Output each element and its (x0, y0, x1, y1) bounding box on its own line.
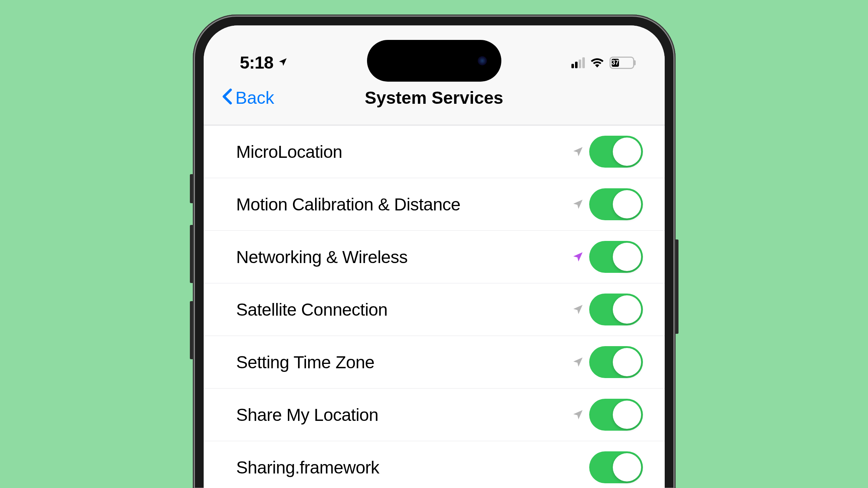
setting-controls (572, 294, 643, 325)
toggle-knob (613, 243, 641, 271)
setting-row: Setting Time Zone (204, 336, 665, 389)
volume-up-button (190, 225, 193, 283)
setting-toggle[interactable] (589, 294, 643, 325)
setting-toggle[interactable] (589, 399, 643, 431)
toggle-knob (613, 138, 641, 166)
setting-label: MicroLocation (236, 142, 342, 162)
setting-row: Satellite Connection (204, 283, 665, 336)
setting-controls (572, 399, 643, 431)
location-indicator-icon (278, 57, 288, 69)
status-bar-left: 5:18 (240, 53, 288, 73)
setting-toggle[interactable] (589, 136, 643, 168)
setting-row: MicroLocation (204, 125, 665, 178)
toggle-knob (613, 190, 641, 218)
location-arrow-icon (572, 145, 584, 158)
toggle-knob (613, 295, 641, 324)
status-time: 5:18 (240, 53, 273, 73)
setting-toggle[interactable] (589, 188, 643, 220)
setting-label: Share My Location (236, 405, 379, 425)
power-button (676, 239, 678, 334)
toggle-knob (613, 453, 641, 481)
setting-row: Sharing.framework (204, 441, 665, 488)
location-arrow-icon (572, 198, 584, 210)
setting-label: Networking & Wireless (236, 247, 408, 267)
dynamic-island (367, 40, 501, 82)
wifi-icon (590, 57, 604, 69)
location-arrow-icon (572, 409, 584, 421)
location-arrow-icon (572, 356, 584, 368)
phone-frame: 5:18 37 (193, 15, 676, 488)
chevron-left-icon (222, 86, 233, 110)
setting-label: Setting Time Zone (236, 352, 375, 372)
setting-row: Motion Calibration & Distance (204, 178, 665, 231)
setting-toggle[interactable] (589, 346, 643, 378)
setting-controls (572, 136, 643, 168)
toggle-knob (613, 401, 641, 429)
phone-screen: 5:18 37 (204, 25, 665, 488)
mute-switch (190, 174, 193, 203)
status-bar-right: 37 (571, 57, 636, 69)
toggle-knob (613, 348, 641, 376)
setting-controls (572, 188, 643, 220)
setting-label: Sharing.framework (236, 458, 379, 477)
setting-label: Satellite Connection (236, 300, 388, 320)
back-button[interactable]: Back (222, 86, 274, 110)
setting-row: Share My Location (204, 389, 665, 441)
setting-toggle[interactable] (589, 241, 643, 273)
back-label: Back (236, 88, 274, 108)
setting-row: Networking & Wireless (204, 231, 665, 283)
setting-controls (572, 241, 643, 273)
battery-level: 37 (612, 59, 619, 66)
setting-label: Motion Calibration & Distance (236, 194, 461, 214)
setting-controls (589, 451, 643, 483)
navigation-bar: Back System Services (204, 83, 665, 125)
location-arrow-icon (572, 251, 584, 263)
volume-down-button (190, 301, 193, 359)
setting-toggle[interactable] (589, 451, 643, 483)
setting-controls (572, 346, 643, 378)
battery-indicator: 37 (610, 57, 636, 69)
front-camera (478, 56, 487, 65)
settings-list: MicroLocationMotion Calibration & Distan… (204, 125, 665, 488)
cellular-signal-icon (571, 57, 585, 68)
location-arrow-icon (572, 303, 584, 316)
